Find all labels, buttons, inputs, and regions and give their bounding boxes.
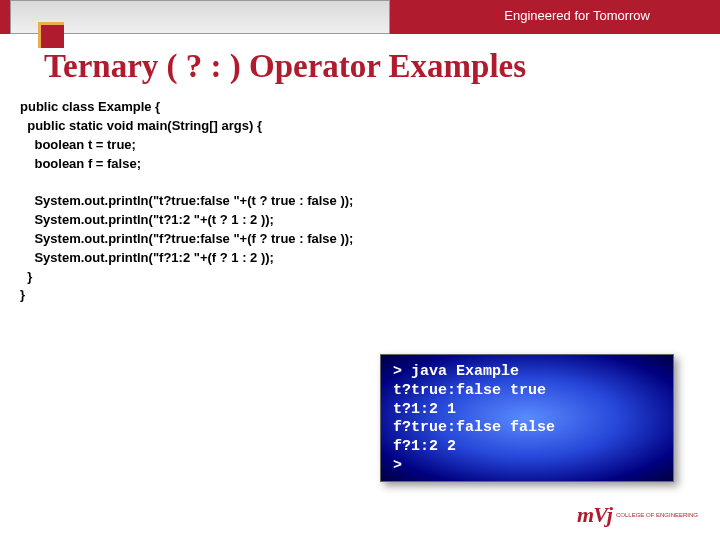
code-block: public class Example { public static voi… xyxy=(20,98,353,305)
header-left-panel xyxy=(10,0,390,34)
logo-subtitle: COLLEGE OF ENGINEERING xyxy=(616,512,698,519)
logo-brand: mVj xyxy=(577,502,612,528)
header-bar: Engineered for Tomorrow xyxy=(0,0,720,34)
header-tagline: Engineered for Tomorrow xyxy=(504,8,650,23)
slide-title: Ternary ( ? : ) Operator Examples xyxy=(44,48,526,85)
footer-logo: mVj COLLEGE OF ENGINEERING xyxy=(577,502,698,528)
accent-square xyxy=(38,22,64,48)
output-text: > java Example t?true:false true t?1:2 1… xyxy=(393,363,661,476)
output-box: > java Example t?true:false true t?1:2 1… xyxy=(380,354,674,482)
